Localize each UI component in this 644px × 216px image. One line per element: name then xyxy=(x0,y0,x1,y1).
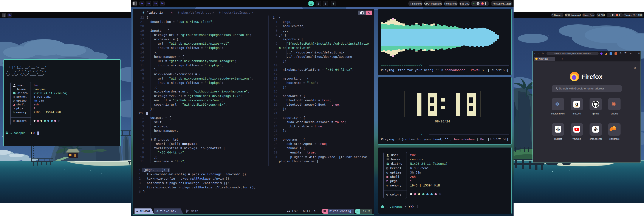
svg-text:08/08/24: 08/08/24 xyxy=(435,120,450,123)
